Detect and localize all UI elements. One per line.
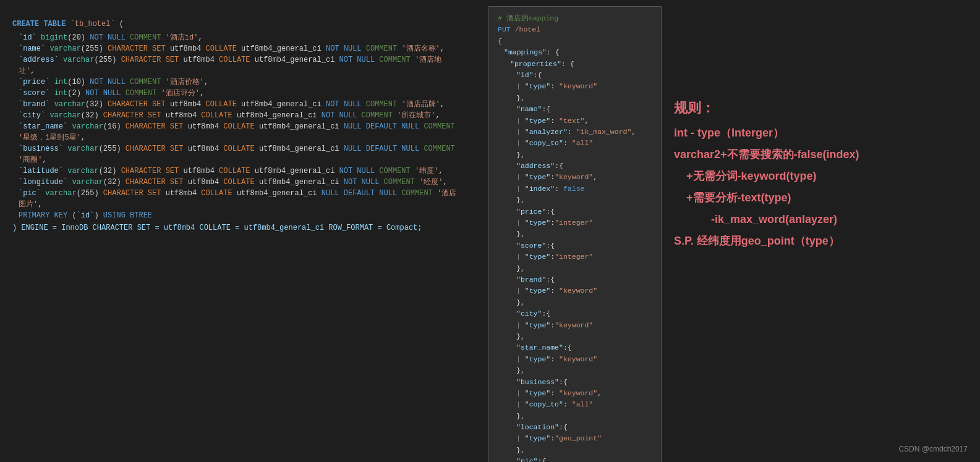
sql-col-star-name: `star_name` varchar(16) CHARACTER SET ut… <box>12 121 458 143</box>
sql-col-score: `score` int(2) NOT NULL COMMENT '酒店评分', <box>12 88 458 99</box>
sql-col-price: `price` int(10) NOT NULL COMMENT '酒店价格', <box>12 77 458 88</box>
rules-title: 规则： <box>674 99 965 117</box>
sql-col-address: `address` varchar(255) CHARACTER SET utf… <box>12 54 458 77</box>
sql-col-pic: `pic` varchar(255) CHARACTER SET utf8mb4… <box>12 188 458 210</box>
rule-line-6: S.P. 经纬度用geo_point（type） <box>674 233 965 250</box>
sql-col-brand: `brand` varchar(32) CHARACTER SET utf8mb… <box>12 99 458 110</box>
sql-col-longitude: `longitude` varchar(32) CHARACTER SET ut… <box>12 177 458 188</box>
footer-credit: CSDN @cmdch2017 <box>898 445 968 453</box>
rule-line-4: +需要分析-text(type) <box>674 190 965 206</box>
sql-primary-key: PRIMARY KEY (`id`) USING BTREE <box>12 210 458 221</box>
rule-line-3: +无需分词-keyword(type) <box>674 168 965 185</box>
sql-col-business: `business` varchar(255) CHARACTER SET ut… <box>12 143 458 166</box>
rule-line-2: varchar2+不需要搜索的-false(index) <box>674 146 965 163</box>
sql-create-line: CREATE TABLE `tb_hotel` ( <box>12 19 458 30</box>
rule-line-5: -ik_max_word(anlayzer) <box>674 211 965 228</box>
rules-panel: 规则： int - type（Interger） varchar2+不需要搜索的… <box>674 99 965 254</box>
json-method-line: PUT /hotel <box>498 24 652 35</box>
sql-engine-line: ) ENGINE = InnoDB CHARACTER SET = utf8mb… <box>12 222 458 233</box>
sql-col-latitude: `latitude` varchar(32) CHARACTER SET utf… <box>12 166 458 177</box>
rule-line-1: int - type（Interger） <box>674 125 965 141</box>
sql-col-name: `name` varchar(255) CHARACTER SET utf8mb… <box>12 43 458 54</box>
sql-panel: CREATE TABLE `tb_hotel` ( `id` bigint(20… <box>12 19 458 233</box>
sql-col-city: `city` varchar(32) CHARACTER SET utf8mb4… <box>12 110 458 121</box>
json-comment: # 酒店的mapping <box>498 13 652 24</box>
json-panel: # 酒店的mapping PUT /hotel { "mappings": { … <box>488 6 662 462</box>
sql-col-id: `id` bigint(20) NOT NULL COMMENT '酒店id', <box>12 32 458 43</box>
